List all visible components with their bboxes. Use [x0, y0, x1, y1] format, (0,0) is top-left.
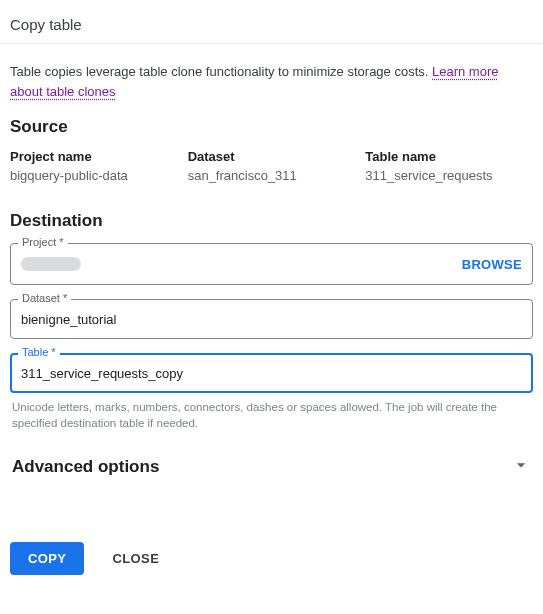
dataset-field-wrap: Dataset *: [10, 299, 533, 339]
divider: [0, 43, 543, 44]
advanced-options-toggle[interactable]: Advanced options: [10, 451, 533, 482]
source-table-value: 311_service_requests: [365, 168, 533, 183]
project-field-wrap: Project * BROWSE: [10, 243, 533, 285]
project-value-redacted: [21, 257, 81, 271]
table-field-label: Table *: [18, 346, 60, 358]
copy-button[interactable]: COPY: [10, 542, 84, 575]
table-field-wrap: Table * Unicode letters, marks, numbers,…: [10, 353, 533, 431]
table-input[interactable]: [21, 366, 522, 381]
project-field[interactable]: BROWSE: [10, 243, 533, 285]
destination-heading: Destination: [10, 211, 533, 231]
dialog-actions: COPY CLOSE: [0, 530, 543, 587]
dialog-title: Copy table: [10, 10, 533, 43]
browse-button[interactable]: BROWSE: [462, 257, 522, 272]
source-project-value: bigquery-public-data: [10, 168, 178, 183]
table-field[interactable]: [10, 353, 533, 393]
source-project-label: Project name: [10, 149, 178, 164]
dataset-field-label: Dataset *: [18, 292, 71, 304]
source-table-label: Table name: [365, 149, 533, 164]
info-text: Table copies leverage table clone functi…: [10, 62, 533, 101]
source-heading: Source: [10, 117, 533, 137]
table-helper-text: Unicode letters, marks, numbers, connect…: [10, 399, 533, 431]
source-dataset-label: Dataset: [188, 149, 356, 164]
project-field-label: Project *: [18, 236, 68, 248]
advanced-options-label: Advanced options: [12, 457, 159, 477]
dataset-input[interactable]: [21, 312, 522, 327]
source-grid: Project name bigquery-public-data Datase…: [10, 149, 533, 183]
info-body: Table copies leverage table clone functi…: [10, 64, 432, 79]
close-button[interactable]: CLOSE: [94, 542, 177, 575]
source-dataset-value: san_francisco_311: [188, 168, 356, 183]
dataset-field[interactable]: [10, 299, 533, 339]
chevron-down-icon: [511, 455, 531, 478]
